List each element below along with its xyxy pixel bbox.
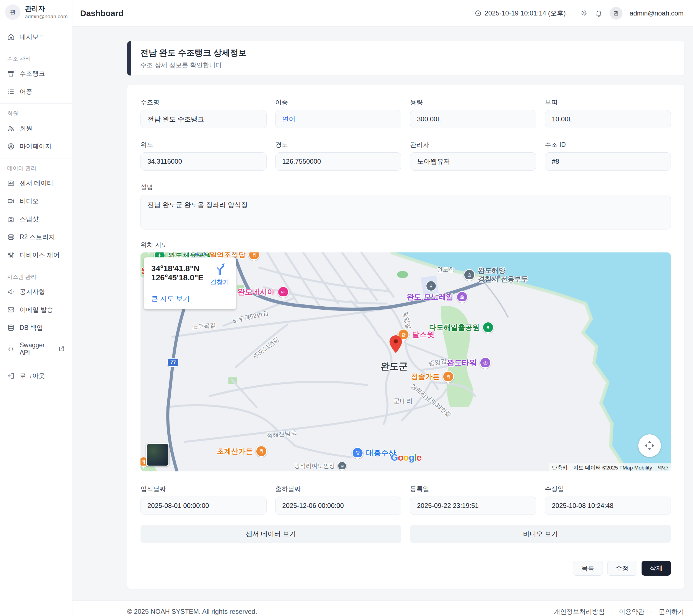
sidebar-item-label: 이메일 발송 bbox=[20, 305, 53, 314]
sidebar-section-data: 데이터 관리 bbox=[0, 158, 72, 174]
edit-button[interactable]: 수정 bbox=[607, 561, 637, 576]
poi-mangseokri-senior-center[interactable]: 망석리여노인정 bbox=[294, 461, 346, 470]
google-logo[interactable]: Google bbox=[391, 452, 421, 463]
logout-icon bbox=[7, 372, 15, 380]
destination-pin-icon[interactable] bbox=[389, 335, 402, 354]
stock-date-field[interactable]: 2025-08-01 00:00:00 bbox=[140, 497, 266, 515]
poi-coast-guard-dock[interactable]: 완도해양경찰서 전용부두 bbox=[463, 266, 528, 284]
sidebar-item-label: 스냅샷 bbox=[20, 215, 39, 223]
directions-button[interactable]: 길찾기 bbox=[210, 263, 229, 286]
field-label-tank-id: 수조 ID bbox=[545, 140, 671, 149]
longitude-field[interactable]: 126.7550000 bbox=[275, 152, 401, 171]
field-label-volume: 부피 bbox=[545, 98, 671, 107]
map-terms-link[interactable]: 약관 bbox=[655, 463, 671, 472]
sidebar-section-system: 시스템 관리 bbox=[0, 267, 72, 283]
map-city-label: 완도군 bbox=[380, 360, 408, 373]
footer-copyright: © 2025 NOAH SYSTEM. All rights reserved. bbox=[127, 608, 257, 615]
tank-name-field[interactable]: 전남 완도 수조탱크 bbox=[140, 110, 266, 128]
sidebar: 관 관리자 admin@noah.com 대시보드 수조 관리 수조탱크 어종 … bbox=[0, 0, 72, 616]
sidebar-item-mypage[interactable]: 마이페이지 bbox=[0, 137, 72, 155]
satellite-view-toggle[interactable] bbox=[146, 443, 169, 466]
created-date-field[interactable]: 2025-09-22 23:19:51 bbox=[410, 497, 536, 515]
ferry-terminal-icon[interactable] bbox=[426, 281, 436, 291]
restaurant-icon bbox=[248, 253, 260, 260]
field-label-updated-date: 수정일 bbox=[545, 485, 671, 493]
footer-link-contact[interactable]: 문의하기 bbox=[659, 608, 684, 616]
updated-date-field[interactable]: 2025-10-08 10:24:48 bbox=[545, 497, 671, 515]
theme-toggle-sun-icon[interactable] bbox=[580, 9, 588, 17]
sidebar-item-sensor-data[interactable]: 센서 데이터 bbox=[0, 174, 72, 192]
sidebar-section-members: 회원 bbox=[0, 104, 72, 119]
sidebar-item-notices[interactable]: 공지사항 bbox=[0, 283, 72, 301]
sidebar-item-label: 회원 bbox=[20, 124, 32, 133]
field-label-ship-date: 출하날짜 bbox=[275, 485, 401, 493]
sidebar-item-r2-storage[interactable]: R2 스토리지 bbox=[0, 228, 72, 246]
capacity-field[interactable]: 300.00L bbox=[410, 110, 536, 128]
sidebar-item-db-backup[interactable]: DB 백업 bbox=[0, 319, 72, 337]
tank-id-field[interactable]: #8 bbox=[545, 152, 671, 171]
restaurant-icon bbox=[256, 445, 267, 457]
video-icon bbox=[7, 197, 15, 205]
divider bbox=[573, 8, 573, 19]
list-button[interactable]: 목록 bbox=[573, 561, 603, 576]
tank-detail-card: 수조명 전남 완도 수조탱크 어종 연어 용량 300.00L 부피 10.00… bbox=[127, 85, 684, 589]
ship-date-field[interactable]: 2025-12-06 00:00:00 bbox=[275, 497, 401, 515]
list-icon bbox=[7, 88, 15, 95]
poi-wandonesia-hotel[interactable]: 완도네시아 bbox=[237, 286, 289, 298]
map-section-label: 위치 지도 bbox=[140, 241, 671, 249]
notifications-bell-icon[interactable] bbox=[595, 9, 602, 17]
sidebar-item-members[interactable]: 회원 bbox=[0, 119, 72, 137]
sidebar-item-device-control[interactable]: 디바이스 제어 bbox=[0, 246, 72, 264]
sidebar-item-label: 마이페이지 bbox=[20, 142, 52, 151]
field-label-description: 설명 bbox=[140, 183, 671, 191]
datetime: 2025-10-19 10:01:14 (오후) bbox=[475, 9, 566, 18]
latitude-field[interactable]: 34.3116000 bbox=[140, 152, 266, 171]
view-larger-map-link[interactable]: 큰 지도 보기 bbox=[151, 294, 190, 303]
manager-field[interactable]: 노아웹유저 bbox=[410, 152, 536, 171]
poi-dadohae-sunrise-park[interactable]: 다도해일출공원 bbox=[429, 321, 494, 333]
sidebar-item-tanks[interactable]: 수조탱크 bbox=[0, 65, 72, 83]
header-avatar[interactable]: 관 bbox=[610, 7, 622, 20]
sidebar-user[interactable]: 관 관리자 admin@noah.com bbox=[0, 0, 72, 25]
poi-daeheung-fisheries[interactable]: 대흥수산 bbox=[352, 447, 396, 459]
field-label-tank-name: 수조명 bbox=[140, 98, 266, 107]
page-title-card: 전남 완도 수조탱크 상세정보 수조 상세 정보를 확인합니다 bbox=[127, 41, 684, 76]
shopping-cart-icon bbox=[352, 447, 363, 459]
field-label-created-date: 등록일 bbox=[410, 485, 536, 493]
sidebar-item-video[interactable]: 비디오 bbox=[0, 192, 72, 210]
view-video-button[interactable]: 비디오 보기 bbox=[410, 525, 671, 543]
sliders-icon bbox=[7, 251, 15, 259]
page-title: 전남 완도 수조탱크 상세정보 bbox=[140, 47, 675, 59]
page-header-title: Dashboard bbox=[80, 8, 124, 18]
sidebar-item-email[interactable]: 이메일 발송 bbox=[0, 301, 72, 319]
user-name: 관리자 bbox=[25, 5, 67, 13]
user-avatar: 관 bbox=[5, 4, 20, 20]
footer-link-privacy[interactable]: 개인정보처리방침 bbox=[554, 608, 605, 616]
field-label-capacity: 용량 bbox=[410, 98, 536, 107]
sidebar-item-label: 공지사항 bbox=[20, 287, 45, 296]
poi-chogyesan-garden[interactable]: 초계산가든 bbox=[217, 445, 267, 457]
volume-field[interactable]: 10.00L bbox=[545, 110, 671, 128]
mail-icon bbox=[7, 306, 15, 314]
delete-button[interactable]: 삭제 bbox=[641, 561, 671, 576]
footer-link-terms[interactable]: 이용약관 bbox=[619, 608, 644, 616]
header-email: admin@noah.com bbox=[630, 9, 684, 17]
description-field[interactable]: 전남 완도군 완도읍 장좌리 양식장 bbox=[140, 195, 671, 230]
view-sensor-data-button[interactable]: 센서 데이터 보기 bbox=[140, 525, 401, 543]
sidebar-item-species[interactable]: 어종 bbox=[0, 83, 72, 101]
poi-cheongsol-garden[interactable]: 청솔가든 bbox=[411, 371, 454, 382]
sidebar-item-snapshot[interactable]: 스냅샷 bbox=[0, 210, 72, 228]
poi-wando-monorail[interactable]: 완도 모노레일 bbox=[407, 291, 468, 303]
sidebar-item-swagger-api[interactable]: Swagger API bbox=[0, 337, 72, 361]
top-header: Dashboard 2025-10-19 10:01:14 (오후) 관 adm… bbox=[73, 0, 693, 26]
directions-label: 길찾기 bbox=[210, 278, 229, 286]
sidebar-item-dashboard[interactable]: 대시보드 bbox=[0, 28, 72, 46]
hotel-icon bbox=[277, 286, 289, 298]
species-link-field[interactable]: 연어 bbox=[275, 110, 401, 128]
poi-wando-tower[interactable]: 완도타워 bbox=[447, 357, 491, 369]
map-pan-control[interactable] bbox=[638, 434, 661, 457]
poi-gunnaeri-label: 군내리 bbox=[394, 397, 413, 405]
sidebar-item-logout[interactable]: 로그아웃 bbox=[0, 367, 72, 385]
map-shortcuts-link[interactable]: 단축키 bbox=[549, 463, 571, 472]
location-map[interactable]: 77 77 원 노두목52번길 노두목길 주도21번길 중앙길 중앙길 청해진남… bbox=[140, 253, 671, 471]
